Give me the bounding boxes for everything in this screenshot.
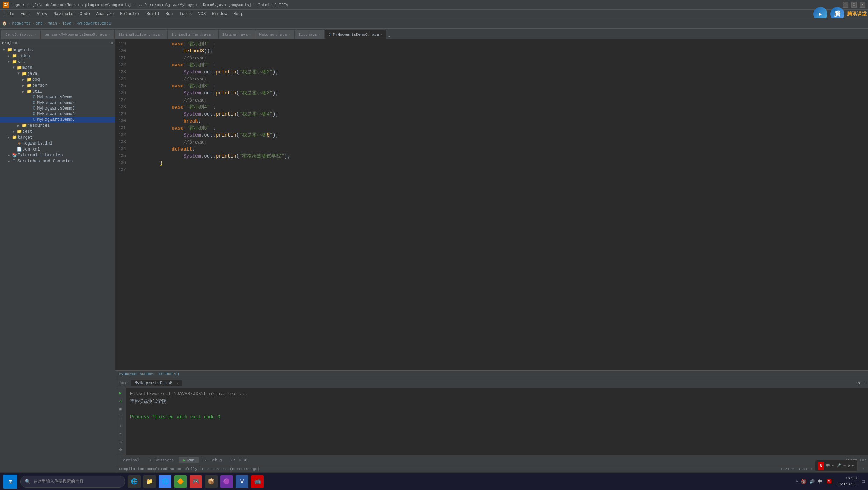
tree-pom[interactable]: ▶ 📄 pom.xml — [0, 146, 115, 152]
ln-127: 127 — [115, 97, 129, 104]
tab-demo6[interactable]: J MyHogwartsDemo6.java ✕ — [325, 30, 386, 39]
nav-java[interactable]: java — [62, 21, 71, 26]
tree-resources[interactable]: ▶ 📁 resources — [0, 122, 115, 128]
start-button[interactable]: ⊞ — [3, 475, 17, 489]
tab-demo5[interactable]: Demo5.jav... ✕ — [1, 30, 40, 39]
tab-boy[interactable]: Boy.java ✕ — [295, 30, 325, 39]
taskbar-cortana[interactable]: 🌐 — [128, 475, 141, 488]
tree-hogwarts-iml[interactable]: ▶ ⚙ hogwarts.iml — [0, 140, 115, 146]
tree-resources-arrow: ▶ — [16, 124, 21, 128]
menu-help[interactable]: Help — [230, 11, 246, 17]
run-minimize-icon[interactable]: ─ — [863, 381, 865, 386]
menu-refactor[interactable]: Refactor — [117, 11, 143, 17]
tab-todo[interactable]: 6: TODO — [227, 457, 251, 463]
tab-matcher[interactable]: Matcher.java ✕ — [255, 30, 294, 39]
tab-string[interactable]: String.java ✕ — [219, 30, 255, 39]
tree-person[interactable]: ▶ 📁 person — [0, 83, 115, 89]
tab-terminal[interactable]: Terminal — [117, 457, 144, 463]
systray-ime-cn[interactable]: 中 — [818, 478, 822, 485]
code-editor[interactable]: 119 120 121 122 123 124 125 126 127 128 … — [115, 39, 868, 370]
tree-main[interactable]: ▼ 📁 main — [0, 65, 115, 71]
taskbar-icon4[interactable]: 🎮 — [190, 475, 202, 488]
tree-demo6[interactable]: ▶ C MyHogwartsDemo6 — [0, 117, 115, 122]
nav-hogwarts[interactable]: hogwarts — [12, 21, 31, 26]
status-crlf[interactable]: CRLF ↕ — [799, 467, 813, 471]
run-play-button[interactable]: ▶ — [117, 390, 124, 396]
run-pause-button[interactable]: ⏸ — [117, 414, 124, 421]
breadcrumb-method[interactable]: method2() — [159, 372, 179, 376]
tab-matcher-close[interactable]: ✕ — [289, 33, 291, 37]
run-print-button[interactable]: 🖨 — [117, 439, 124, 445]
tab-string-close[interactable]: ✕ — [249, 33, 251, 37]
nav-main[interactable]: main — [48, 21, 57, 26]
run-settings-icon[interactable]: ⚙ — [858, 380, 860, 386]
tab-demo5-close[interactable]: ✕ — [34, 33, 36, 37]
taskbar-word[interactable]: W — [236, 475, 248, 488]
run-tab-close[interactable]: ✕ — [176, 382, 178, 385]
tab-debug[interactable]: 5: Debug — [199, 457, 226, 463]
tree-demo4[interactable]: ▶ C MyHogwartsDemo4 — [0, 111, 115, 117]
tab-person-demo5[interactable]: person\MyHogwartsDemo5.java ✕ — [41, 30, 114, 39]
tree-person-arrow: ▶ — [21, 84, 26, 88]
taskbar-icon6[interactable]: 🟣 — [220, 475, 233, 488]
menu-run[interactable]: Run — [163, 11, 176, 17]
tree-demo1[interactable]: ▶ C MyHogwartsDemo — [0, 94, 115, 100]
menu-view[interactable]: View — [34, 11, 50, 17]
nav-file[interactable]: MyHogwartsDemo6 — [76, 21, 111, 26]
run-stop-button[interactable]: ■ — [117, 406, 124, 413]
menu-file[interactable]: File — [1, 11, 17, 17]
breadcrumb-file[interactable]: MyHogwartsDemo6 — [119, 372, 154, 376]
nav-src[interactable]: src — [36, 21, 43, 26]
taskbar-icon3[interactable]: 🔶 — [174, 475, 187, 488]
menu-tools[interactable]: Tools — [177, 11, 195, 17]
run-rerun-button[interactable]: ↺ — [117, 398, 124, 404]
run-panel-content: ▶ ↺ ■ ⏸ ↓ ≡ 🖨 🗑 E:\soft\worksoft\JAVA8\J… — [115, 388, 868, 455]
tab-person-demo5-close[interactable]: ✕ — [108, 33, 110, 37]
tree-util[interactable]: ▶ 📁 util — [0, 89, 115, 94]
tree-java[interactable]: ▼ 📁 java — [0, 71, 115, 77]
tree-demo3[interactable]: ▶ C MyHogwartsDemo3 — [0, 106, 115, 111]
tree-ext-libs[interactable]: ▶ 📚 External Libraries — [0, 152, 115, 158]
tree-target[interactable]: ▶ 📁 target — [0, 134, 115, 140]
show-desktop[interactable]: □ — [860, 479, 865, 484]
menu-vcs[interactable]: VCS — [195, 11, 209, 17]
tab-overflow[interactable]: ⋯ — [388, 34, 391, 39]
sidebar-settings-icon[interactable]: ⚙ — [111, 41, 113, 45]
taskbar-icon5[interactable]: 📦 — [205, 475, 218, 488]
tree-src[interactable]: ▼ 📁 src — [0, 59, 115, 65]
tree-demo2[interactable]: ▶ C MyHogwartsDemo2 — [0, 100, 115, 106]
tree-hogwarts[interactable]: ▼ 📁 hogwarts — [0, 47, 115, 53]
systray-volume[interactable]: 🔊 — [809, 479, 815, 484]
tree-idea[interactable]: ▶ 📁 .idea — [0, 53, 115, 59]
menu-build[interactable]: Build — [144, 11, 162, 17]
code-line-121: //break; — [136, 55, 865, 62]
menu-analyze[interactable]: Analyze — [93, 11, 116, 17]
tree-test[interactable]: ▶ 📁 test — [0, 128, 115, 134]
tab-stringbuilder-close[interactable]: ✕ — [161, 33, 163, 37]
menu-edit[interactable]: Edit — [18, 11, 34, 17]
taskbar-chrome[interactable]: 🌐 — [159, 475, 171, 488]
tree-dog[interactable]: ▶ 📁 dog — [0, 77, 115, 83]
tree-scratches[interactable]: ▶ 🗒 Scratches and Consoles — [0, 158, 115, 164]
tree-demo2-label: MyHogwartsDemo2 — [37, 100, 75, 105]
tab-stringbuffer-close[interactable]: ✕ — [212, 33, 214, 37]
run-scroll-end-button[interactable]: ↓ — [117, 422, 124, 429]
tab-boy-close[interactable]: ✕ — [318, 33, 320, 37]
status-position[interactable]: 117:28 — [780, 467, 794, 471]
taskbar-files[interactable]: 📁 — [143, 475, 156, 488]
menu-navigate[interactable]: Navigate — [50, 11, 76, 17]
run-filter-button[interactable]: ≡ — [117, 430, 124, 437]
systray-network[interactable]: 🔇 — [801, 479, 806, 484]
systray-expand[interactable]: ^ — [796, 479, 798, 484]
taskbar-icon8[interactable]: 📹 — [251, 475, 264, 488]
tab-stringbuilder[interactable]: StringBuilder.java ✕ — [115, 30, 168, 39]
tab-messages[interactable]: 0: Messages — [144, 457, 178, 463]
run-clear-button[interactable]: 🗑 — [117, 447, 124, 454]
run-tab-demo6[interactable]: MyHogwartsDemo6 ✕ — [131, 380, 182, 386]
tab-stringbuffer[interactable]: StringBuffer.java ✕ — [168, 30, 218, 39]
tab-demo6-close[interactable]: ✕ — [380, 33, 383, 37]
menu-code[interactable]: Code — [77, 11, 93, 17]
menu-window[interactable]: Window — [209, 11, 230, 17]
tab-run[interactable]: ▶ Run — [179, 457, 198, 463]
taskbar-search[interactable]: 🔍 在这里输入你要搜索的内容 — [20, 476, 125, 488]
